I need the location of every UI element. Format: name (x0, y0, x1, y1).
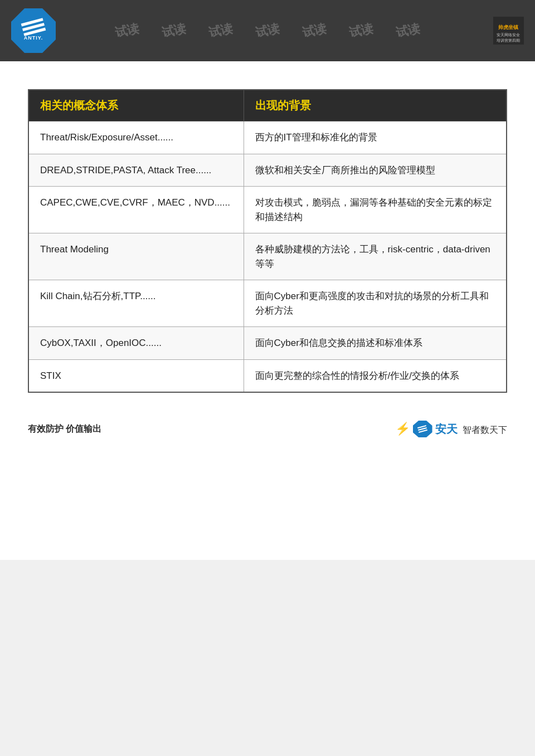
svg-text:培训营第四期: 培训营第四期 (496, 38, 520, 42)
cell-right-0: 西方的IT管理和标准化的背景 (244, 121, 507, 154)
header-watermark-layer: 试读 试读 试读 试读 试读 试读 试读 (0, 0, 535, 61)
cell-right-5: 面向Cyber和信息交换的描述和标准体系 (244, 327, 507, 360)
table-row: CybOX,TAXII，OpenIOC......面向Cyber和信息交换的描述… (28, 327, 507, 360)
bottom-space (0, 448, 535, 560)
watermark-6: 试读 (348, 20, 375, 41)
company-logo: ANTIY. (11, 8, 56, 53)
cell-right-2: 对攻击模式，脆弱点，漏洞等各种基础的安全元素的标定和描述结构 (244, 187, 507, 233)
main-content: 相关的概念体系 出现的背景 Threat/Risk/Exposure/Asset… (0, 61, 535, 409)
table-row: Kill Chain,钻石分析,TTP......面向Cyber和更高强度的攻击… (28, 280, 507, 327)
logo-stripes (21, 18, 46, 36)
cell-left-0: Threat/Risk/Exposure/Asset...... (28, 121, 244, 154)
cell-right-6: 面向更完整的综合性的情报分析/作业/交换的体系 (244, 359, 507, 392)
footer-logo (413, 421, 432, 437)
col1-header: 相关的概念体系 (28, 90, 244, 121)
watermark-7: 试读 (395, 20, 422, 41)
footer-logo-inner (417, 425, 427, 433)
table-row: Threat/Risk/Exposure/Asset......西方的IT管理和… (28, 121, 507, 154)
cell-left-3: Threat Modeling (28, 233, 244, 280)
header-badge: 帅虎坐镇 安天网络安全 培训营第四期 (493, 17, 524, 45)
watermark-5: 试读 (301, 20, 328, 41)
cell-left-6: STIX (28, 359, 244, 392)
cell-left-2: CAPEC,CWE,CVE,CVRF，MAEC，NVD...... (28, 187, 244, 233)
svg-text:安天网络安全: 安天网络安全 (497, 33, 520, 37)
svg-text:帅虎坐镇: 帅虎坐镇 (498, 25, 519, 30)
brand-name: 安天 (435, 423, 458, 435)
cell-left-5: CybOX,TAXII，OpenIOC...... (28, 327, 244, 360)
table-row: STIX面向更完整的综合性的情报分析/作业/交换的体系 (28, 359, 507, 392)
watermark-2: 试读 (160, 20, 188, 41)
cell-right-4: 面向Cyber和更高强度的攻击和对抗的场景的分析工具和分析方法 (244, 280, 507, 327)
cell-right-1: 微软和相关安全厂商所推出的风险管理模型 (244, 154, 507, 187)
watermark-3: 试读 (207, 20, 235, 41)
lightning-icon: ⚡ (395, 422, 410, 436)
badge-emblem: 帅虎坐镇 安天网络安全 培训营第四期 (493, 17, 524, 45)
footer-tagline: 有效防护 价值输出 (28, 423, 101, 435)
footer-brand-area: ⚡ 安天 | 智者数天下 (395, 421, 507, 437)
concept-table: 相关的概念体系 出现的背景 Threat/Risk/Exposure/Asset… (28, 89, 507, 393)
table-row: DREAD,STRIDE,PASTA, Attack Tree......微软和… (28, 154, 507, 187)
header: ANTIY. 试读 试读 试读 试读 试读 试读 试读 帅虎坐镇 安天网络安全 … (0, 0, 535, 61)
logo-text: ANTIY. (24, 35, 43, 41)
col2-header: 出现的背景 (244, 90, 507, 121)
cell-left-1: DREAD,STRIDE,PASTA, Attack Tree...... (28, 154, 244, 187)
watermark-1: 试读 (114, 20, 141, 41)
watermark-4: 试读 (254, 20, 281, 41)
table-row: CAPEC,CWE,CVE,CVRF，MAEC，NVD......对攻击模式，脆… (28, 187, 507, 233)
footer-brand-text: 安天 | 智者数天下 (435, 422, 507, 437)
footer: 有效防护 价值输出 ⚡ 安天 | 智者数天下 (0, 409, 535, 448)
brand-sub: 智者数天下 (463, 425, 507, 435)
cell-right-3: 各种威胁建模的方法论，工具，risk-centric，data-driven等等 (244, 233, 507, 280)
table-row: Threat Modeling各种威胁建模的方法论，工具，risk-centri… (28, 233, 507, 280)
cell-left-4: Kill Chain,钻石分析,TTP...... (28, 280, 244, 327)
